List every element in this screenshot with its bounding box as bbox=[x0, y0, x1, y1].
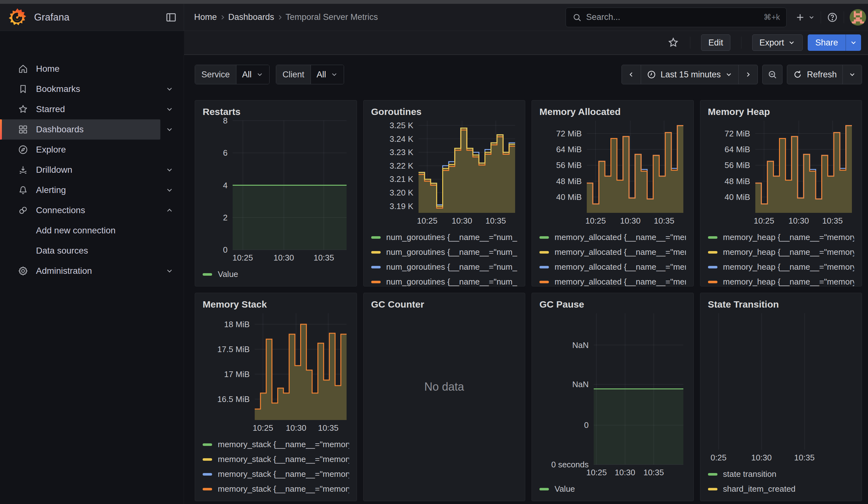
filter-label: Service bbox=[195, 65, 236, 84]
legend-item[interactable]: num_goroutines {__name__="num_go bbox=[371, 230, 518, 245]
search-icon bbox=[572, 13, 582, 22]
panel-title[interactable]: State Transition bbox=[708, 298, 855, 311]
chart-canvas bbox=[587, 121, 683, 213]
sidebar-item-dashboards[interactable]: Dashboards bbox=[0, 119, 161, 140]
x-axis-tick: 10:35 bbox=[307, 253, 341, 263]
legend-item[interactable]: memory_heap {__name__="memory_h bbox=[708, 230, 855, 245]
y-axis-tick: 3.21 K bbox=[371, 174, 413, 184]
chevron-down-icon[interactable] bbox=[165, 186, 174, 194]
chevron-down-icon[interactable] bbox=[165, 166, 174, 174]
legend-color-marker bbox=[708, 473, 717, 475]
chevron-down-icon[interactable] bbox=[165, 85, 174, 93]
share-dropdown-button[interactable] bbox=[846, 34, 861, 51]
chevron-down-icon[interactable] bbox=[165, 105, 174, 113]
legend-color-marker bbox=[539, 488, 549, 491]
legend-item[interactable]: memory_allocated {__name__="memc bbox=[539, 260, 686, 275]
legend: memory_allocated {__name__="memcmemory_a… bbox=[539, 227, 686, 286]
sidebar-item-administration[interactable]: Administration bbox=[0, 261, 161, 281]
edit-button[interactable]: Edit bbox=[701, 34, 730, 51]
add-new-button[interactable] bbox=[795, 12, 815, 23]
filter-value-dropdown[interactable]: All bbox=[236, 65, 269, 84]
favorite-star-icon[interactable] bbox=[667, 37, 679, 49]
sidebar-item-data-sources[interactable]: Data sources bbox=[0, 240, 161, 261]
panel-title[interactable]: Memory Allocated bbox=[539, 105, 686, 118]
grafana-logo-icon[interactable] bbox=[8, 8, 27, 27]
search-input[interactable]: Search... ⌘+k bbox=[566, 8, 787, 27]
chevron-down-icon[interactable] bbox=[165, 125, 174, 134]
breadcrumb-item-dashboards[interactable]: Dashboards bbox=[228, 12, 274, 22]
sidebar-item-alerting[interactable]: Alerting bbox=[0, 180, 161, 200]
export-button[interactable]: Export bbox=[752, 34, 803, 51]
sidebar-item-add-new-connection[interactable]: Add new connection bbox=[0, 220, 161, 240]
chevron-down-icon[interactable] bbox=[165, 267, 174, 275]
panel-title[interactable]: Memory Stack bbox=[203, 298, 349, 311]
chart-goroutines[interactable]: 3.25 K3.24 K3.23 K3.22 K3.21 K3.20 K3.19… bbox=[371, 121, 518, 227]
legend-color-marker bbox=[203, 273, 212, 276]
legend-item[interactable]: num_goroutines {__name__="num_go bbox=[371, 275, 518, 286]
breadcrumb-item-home[interactable]: Home bbox=[194, 12, 217, 22]
time-range-picker[interactable]: Last 15 minutes bbox=[641, 65, 738, 84]
sidebar-item-starred[interactable]: Starred bbox=[0, 99, 161, 119]
legend-item[interactable]: memory_stack {__name__="memory_s bbox=[203, 452, 349, 467]
time-forward-button[interactable] bbox=[738, 65, 757, 84]
legend-item[interactable]: memory_stack {__name__="memory_s bbox=[203, 467, 349, 482]
chart-memory-allocated[interactable]: 72 MiB64 MiB56 MiB48 MiB40 MiB10:2510:30… bbox=[539, 121, 686, 227]
filter-service[interactable]: Service All bbox=[195, 65, 270, 84]
legend-item[interactable]: num_goroutines {__name__="num_go bbox=[371, 260, 518, 275]
y-axis-tick: 56 MiB bbox=[708, 161, 750, 170]
search-placeholder: Search... bbox=[586, 12, 764, 22]
legend-item[interactable]: memory_allocated {__name__="memc bbox=[539, 275, 686, 286]
panel-gc-pause: GC PauseNaNNaN00 seconds10:2510:3010:35V… bbox=[531, 293, 694, 501]
sidebar-item-connections[interactable]: Connections bbox=[0, 200, 161, 220]
x-axis-tick: 10:25 bbox=[578, 216, 613, 226]
sidebar-item-drilldown[interactable]: Drilldown bbox=[0, 160, 161, 180]
legend-item[interactable]: state transition bbox=[708, 467, 855, 482]
y-axis-tick: 72 MiB bbox=[539, 129, 582, 138]
chart-memory-heap[interactable]: 72 MiB64 MiB56 MiB48 MiB40 MiB10:2510:30… bbox=[708, 121, 855, 227]
x-axis-tick: 10:25 bbox=[225, 253, 260, 263]
legend-color-marker bbox=[203, 443, 212, 446]
filter-client[interactable]: Client All bbox=[276, 65, 344, 84]
legend-item[interactable]: Value bbox=[203, 267, 349, 282]
legend-item[interactable]: memory_stack {__name__="memory_s bbox=[203, 437, 349, 452]
chart-restarts[interactable]: 8642010:2510:3010:35 bbox=[203, 121, 349, 264]
sidebar-item-home[interactable]: Home bbox=[0, 59, 161, 79]
legend-color-marker bbox=[371, 251, 381, 254]
legend-item[interactable]: memory_allocated {__name__="memc bbox=[539, 245, 686, 260]
time-back-button[interactable] bbox=[622, 65, 641, 84]
panel-title[interactable]: Goroutines bbox=[371, 105, 518, 118]
legend-item[interactable]: memory_stack {__name__="memory_s bbox=[203, 482, 349, 496]
legend-item[interactable]: memory_heap {__name__="memory_h bbox=[708, 245, 855, 260]
legend-item[interactable]: Value bbox=[539, 482, 686, 496]
y-axis-tick: 48 MiB bbox=[708, 176, 750, 186]
zoom-out-button[interactable] bbox=[762, 65, 783, 84]
sidebar-item-explore[interactable]: Explore bbox=[0, 140, 161, 160]
help-icon[interactable] bbox=[827, 12, 838, 23]
chevron-up-icon[interactable] bbox=[165, 206, 174, 214]
user-avatar[interactable] bbox=[850, 9, 866, 25]
legend-item[interactable]: memory_heap {__name__="memory_h bbox=[708, 260, 855, 275]
chart-state-transition[interactable]: 0:2510:3010:35 bbox=[708, 313, 855, 464]
y-axis-tick: 3.22 K bbox=[371, 161, 413, 171]
sidebar-toggle-icon[interactable] bbox=[165, 11, 177, 24]
panel-title[interactable]: GC Counter bbox=[371, 298, 518, 311]
legend-item[interactable]: num_goroutines {__name__="num_go bbox=[371, 245, 518, 260]
legend-item[interactable]: memory_heap {__name__="memory_h bbox=[708, 275, 855, 286]
refresh-interval-button[interactable] bbox=[843, 65, 862, 84]
legend-item[interactable]: shard_item_created bbox=[708, 482, 855, 496]
filter-value-dropdown[interactable]: All bbox=[311, 65, 344, 84]
legend-item[interactable]: memory_allocated {__name__="memc bbox=[539, 230, 686, 245]
panel-title[interactable]: Memory Heap bbox=[708, 105, 855, 118]
chart-memory-stack[interactable]: 18 MiB17.5 MiB17 MiB16.5 MiB10:2510:3010… bbox=[203, 313, 349, 434]
divider bbox=[844, 11, 844, 23]
sidebar-item-bookmarks[interactable]: Bookmarks bbox=[0, 79, 161, 99]
no-data-message: No data bbox=[371, 311, 518, 501]
share-button[interactable]: Share bbox=[808, 34, 846, 51]
panel-title[interactable]: GC Pause bbox=[539, 298, 686, 311]
search-shortcut: ⌘+k bbox=[764, 13, 780, 22]
chart-gc-pause[interactable]: NaNNaN00 seconds10:2510:3010:35 bbox=[539, 313, 686, 479]
refresh-button[interactable]: Refresh bbox=[787, 65, 843, 84]
legend: Value bbox=[539, 479, 686, 501]
panel-memory-heap: Memory Heap72 MiB64 MiB56 MiB48 MiB40 Mi… bbox=[700, 100, 862, 286]
y-axis-tick: 16.5 MiB bbox=[203, 394, 250, 404]
